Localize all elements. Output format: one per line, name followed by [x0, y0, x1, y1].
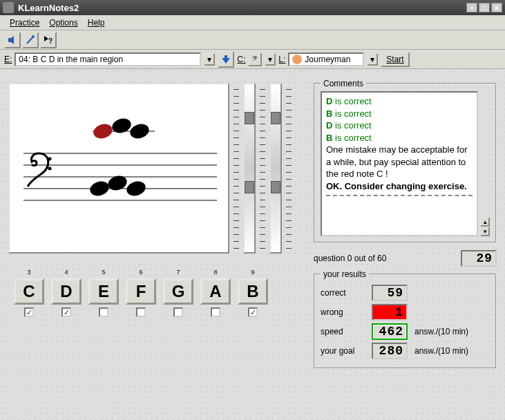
note-button-a[interactable]: A [200, 278, 231, 305]
menu-help[interactable]: Help [84, 17, 109, 29]
note-checkbox-a[interactable] [211, 307, 220, 317]
speed-unit: answ./(10 min) [415, 327, 468, 336]
goal-label: your goal [321, 346, 365, 356]
exercise-label: E: [4, 55, 12, 64]
start-button[interactable]: Start [381, 52, 409, 67]
correct-value: 59 [372, 285, 408, 301]
title-bar: KLearnNotes2 • □ ✕ [0, 0, 505, 15]
results-group: your results correct 59 wrong 1 speed 46… [314, 274, 497, 369]
note-number: 6 [139, 269, 142, 276]
staff-ruler-left [232, 83, 240, 254]
toolbar-icons: ? [0, 30, 505, 50]
note-number: 7 [176, 269, 180, 276]
svg-point-2 [32, 35, 35, 38]
exercise-dropdown[interactable]: 04: B C D in the main region [15, 52, 201, 66]
dropdown-arrow-icon[interactable]: ▾ [204, 53, 215, 66]
note-number: 5 [102, 269, 105, 276]
note-button-row: 3C✓4D✓5E6F7G8A9B✓ [14, 269, 305, 317]
minimize-button[interactable]: • [466, 3, 477, 12]
comment-line: D is correct [326, 95, 473, 108]
svg-point-13 [111, 116, 133, 135]
comments-text: D is correctB is correctD is correctB is… [321, 91, 478, 236]
speed-label: speed [321, 327, 365, 336]
note-button-d[interactable]: D [51, 278, 82, 305]
avatar-icon [292, 55, 302, 64]
toolbar-exercise: E: 04: B C D in the main region ▾ C: 𝄢 ▾… [0, 50, 505, 69]
note-button-c[interactable]: C [14, 278, 44, 305]
svg-point-16 [106, 173, 129, 193]
clef-dropdown-arrow[interactable]: ▾ [265, 53, 276, 66]
clef-label: C: [237, 55, 245, 64]
staff-display [8, 83, 229, 254]
note-button-g[interactable]: G [163, 278, 193, 305]
staff-ruler-end [285, 83, 293, 254]
close-button[interactable]: ✕ [491, 3, 502, 12]
wrong-label: wrong [321, 307, 365, 317]
window-title: KLearnNotes2 [18, 3, 79, 13]
comment-separator [326, 195, 473, 196]
level-dropdown[interactable]: Journeyman [288, 52, 364, 66]
clef-button[interactable]: 𝄢 [248, 52, 262, 66]
speed-value: 462 [372, 323, 408, 340]
sound-icon[interactable] [4, 32, 21, 48]
note-number: 8 [213, 269, 217, 276]
svg-point-12 [92, 122, 115, 141]
comment-line: B is correct [326, 132, 473, 144]
level-label: L: [278, 55, 285, 64]
comments-group: Comments D is correctB is correctD is co… [314, 83, 497, 243]
note-number: 9 [251, 269, 254, 276]
menu-practice[interactable]: Practice [6, 17, 44, 29]
scroll-up-icon[interactable]: ▴ [480, 217, 490, 227]
note-number: 4 [64, 269, 68, 276]
level-dropdown-arrow[interactable]: ▾ [367, 53, 378, 66]
menu-bar: Practice Options Help [0, 15, 505, 30]
note-checkbox-c[interactable]: ✓ [24, 307, 34, 317]
menu-options[interactable]: Options [45, 17, 82, 29]
svg-point-17 [125, 179, 148, 198]
note-checkbox-d[interactable]: ✓ [61, 307, 71, 317]
wrong-value: 1 [372, 304, 408, 321]
staff-ruler-right [258, 83, 267, 254]
exercise-value: 04: B C D in the main region [19, 55, 123, 64]
goal-unit: answ./(10 min) [415, 346, 468, 356]
whatsthis-icon[interactable]: ? [40, 32, 57, 48]
scroll-down-icon[interactable]: ▾ [480, 227, 490, 236]
note-checkbox-b[interactable]: ✓ [248, 307, 258, 317]
results-title: your results [321, 269, 369, 279]
comment-line: OK. Consider changing exercise. [326, 180, 473, 193]
note-button-e[interactable]: E [88, 278, 119, 305]
svg-marker-0 [8, 36, 14, 44]
countdown-display: 29 [461, 250, 497, 267]
note-button-f[interactable]: F [126, 278, 156, 305]
note-checkbox-e[interactable] [99, 307, 108, 317]
svg-text:?: ? [48, 37, 53, 45]
music-staff [10, 84, 228, 252]
range-slider-right[interactable] [269, 83, 282, 254]
down-arrow-button[interactable] [218, 51, 234, 68]
note-checkbox-f[interactable] [136, 307, 146, 317]
svg-point-15 [88, 179, 111, 198]
note-number: 3 [27, 269, 30, 276]
question-counter: question 0 out of 60 [314, 254, 386, 263]
comment-line: D is correct [326, 120, 473, 132]
comment-line: B is correct [326, 108, 473, 120]
app-icon [3, 2, 14, 13]
note-checkbox-g[interactable] [173, 307, 183, 317]
correct-label: correct [321, 288, 365, 298]
svg-line-1 [27, 37, 33, 44]
note-button-b[interactable]: B [238, 278, 268, 305]
mic-icon[interactable] [22, 32, 39, 48]
svg-point-10 [48, 158, 52, 161]
svg-point-14 [128, 122, 151, 141]
comment-line: One mistake may be acceptable for a whil… [326, 144, 473, 180]
level-value: Journeyman [305, 55, 350, 64]
svg-point-11 [48, 167, 52, 171]
comments-title: Comments [321, 79, 366, 88]
goal-value: 280 [372, 343, 408, 359]
range-slider-left[interactable] [243, 83, 256, 254]
maximize-button[interactable]: □ [479, 3, 490, 12]
